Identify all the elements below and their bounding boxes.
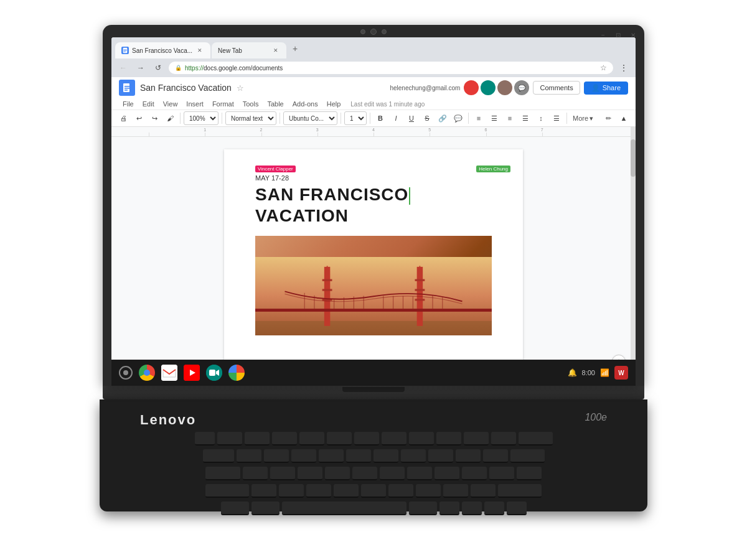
close-button[interactable]: ✕ xyxy=(627,37,636,40)
scrollbar-right[interactable] xyxy=(631,127,636,381)
font-size-select[interactable]: 18 xyxy=(344,111,367,125)
print-button[interactable]: 🖨 xyxy=(116,111,130,125)
camera-area xyxy=(360,29,387,35)
key-b xyxy=(361,484,386,498)
align-right-button[interactable]: ≡ xyxy=(503,111,517,125)
zoom-select[interactable]: 100% xyxy=(184,111,218,125)
lock-icon: 🔒 xyxy=(175,65,182,71)
comment-button[interactable]: 💬 xyxy=(451,111,465,125)
key-k xyxy=(435,467,459,480)
youtube-app-icon[interactable] xyxy=(184,365,200,381)
underline-button[interactable]: U xyxy=(405,111,418,125)
key-e xyxy=(291,449,316,463)
undo-button[interactable]: ↩ xyxy=(132,111,146,125)
list-button[interactable]: ☰ xyxy=(550,111,563,125)
menu-table[interactable]: Table xyxy=(263,99,287,109)
line-spacing-button[interactable]: ↕ xyxy=(534,111,548,125)
camera-main xyxy=(370,29,377,35)
user-email: helenechung@gmail.com xyxy=(390,85,460,91)
address-bar[interactable]: 🔒 https://docs.google.com/documents ☆ xyxy=(169,62,613,74)
key-o xyxy=(456,449,481,463)
bold-button[interactable]: B xyxy=(374,111,387,125)
browser-menu-icon[interactable]: ⋮ xyxy=(617,63,631,73)
menu-edit[interactable]: Edit xyxy=(139,99,158,109)
tab-docs[interactable]: San Francisco Vaca... ✕ xyxy=(115,42,210,58)
svg-rect-33 xyxy=(161,365,177,381)
new-tab-button[interactable]: + xyxy=(288,41,303,56)
menu-view[interactable]: View xyxy=(159,99,182,109)
launcher-button[interactable] xyxy=(119,366,133,380)
scrollbar-thumb[interactable] xyxy=(631,139,636,177)
font-select[interactable]: Ubuntu Co... xyxy=(283,111,337,125)
menu-help[interactable]: Help xyxy=(323,99,345,109)
laptop-hinge xyxy=(342,387,405,392)
playstore-app-icon[interactable] xyxy=(228,365,245,381)
redo-button[interactable]: ↪ xyxy=(148,111,161,125)
chat-status-icon: 💬 xyxy=(514,80,529,95)
link-button[interactable]: 🔗 xyxy=(436,111,449,125)
keyboard-row-1 xyxy=(118,432,629,446)
laptop-lid: San Francisco Vaca... ✕ New Tab ✕ + − ⊡ … xyxy=(103,25,644,386)
svg-rect-12 xyxy=(322,279,332,281)
keyboard-row-3 xyxy=(118,467,629,480)
key-w xyxy=(264,449,289,463)
reload-button[interactable]: ↺ xyxy=(151,61,165,75)
avatar-user3 xyxy=(497,80,512,95)
avatar-user2 xyxy=(481,80,496,95)
toolbar-collapse-button[interactable]: ▲ xyxy=(617,111,631,125)
menu-file[interactable]: File xyxy=(119,99,138,109)
back-button[interactable]: ← xyxy=(116,61,130,75)
more-button[interactable]: More ▾ xyxy=(570,113,596,124)
key-n xyxy=(388,484,413,498)
menu-insert[interactable]: Insert xyxy=(182,99,207,109)
menu-tools[interactable]: Tools xyxy=(239,99,263,109)
address-text: https://docs.google.com/documents xyxy=(185,65,283,72)
doc-scroll-area[interactable]: Vincent Clapper MAY 17-28 Helen Chung SA… xyxy=(111,137,636,381)
justify-button[interactable]: ☰ xyxy=(519,111,532,125)
paint-format-button[interactable]: 🖌 xyxy=(163,111,177,125)
tab-newtab[interactable]: New Tab ✕ xyxy=(212,42,286,58)
svg-rect-1 xyxy=(124,49,127,50)
key-g xyxy=(352,467,377,480)
more-chevron-icon: ▾ xyxy=(590,114,593,123)
docs-app-icon xyxy=(119,80,135,96)
style-select[interactable]: Normal text xyxy=(225,111,276,125)
align-left-button[interactable]: ≡ xyxy=(472,111,486,125)
docs-menu-row: File Edit View Insert Format Tools Table… xyxy=(111,98,636,110)
address-domain: docs.google.com/documents xyxy=(204,65,283,72)
chrome-app-icon[interactable] xyxy=(139,365,155,381)
key-space xyxy=(282,502,406,515)
wifi-icon: 📶 xyxy=(600,368,609,377)
doc-title[interactable]: San Francisco Vacation xyxy=(140,83,232,93)
forward-button[interactable]: → xyxy=(134,61,148,75)
tab-close-newtab[interactable]: ✕ xyxy=(271,46,280,55)
restore-button[interactable]: ⊡ xyxy=(612,37,624,40)
tab-close-docs[interactable]: ✕ xyxy=(195,46,204,55)
comments-button[interactable]: Comments xyxy=(533,81,580,95)
key-period xyxy=(471,484,496,498)
italic-button[interactable]: I xyxy=(389,111,403,125)
minimize-button[interactable]: − xyxy=(597,37,609,40)
align-center-button[interactable]: ☰ xyxy=(487,111,501,125)
favorite-star-icon[interactable]: ☆ xyxy=(237,83,244,93)
menu-addons[interactable]: Add-ons xyxy=(289,99,322,109)
svg-rect-9 xyxy=(255,320,492,335)
toolbar-divider-7 xyxy=(566,113,567,124)
doc-image xyxy=(255,236,492,335)
key-f4 xyxy=(299,432,324,446)
key-arrow-right xyxy=(507,502,527,515)
gmail-app-icon[interactable] xyxy=(161,365,177,381)
ruler-mark: 3 xyxy=(317,133,374,136)
chromebook-taskbar: 🔔 8:00 📶 W xyxy=(111,360,636,381)
bookmark-star-icon[interactable]: ☆ xyxy=(600,63,607,72)
svg-rect-18 xyxy=(415,289,425,291)
notification-icon: 🔔 xyxy=(568,368,577,377)
strikethrough-button[interactable]: S xyxy=(420,111,434,125)
edit-mode-button[interactable]: ✏ xyxy=(601,111,615,125)
meet-app-icon[interactable] xyxy=(206,365,222,381)
taskbar-app-red[interactable]: W xyxy=(614,366,628,380)
share-button[interactable]: 👤 Share xyxy=(584,82,628,95)
svg-rect-5 xyxy=(125,86,129,87)
menu-format[interactable]: Format xyxy=(209,99,238,109)
key-quote xyxy=(517,467,542,480)
